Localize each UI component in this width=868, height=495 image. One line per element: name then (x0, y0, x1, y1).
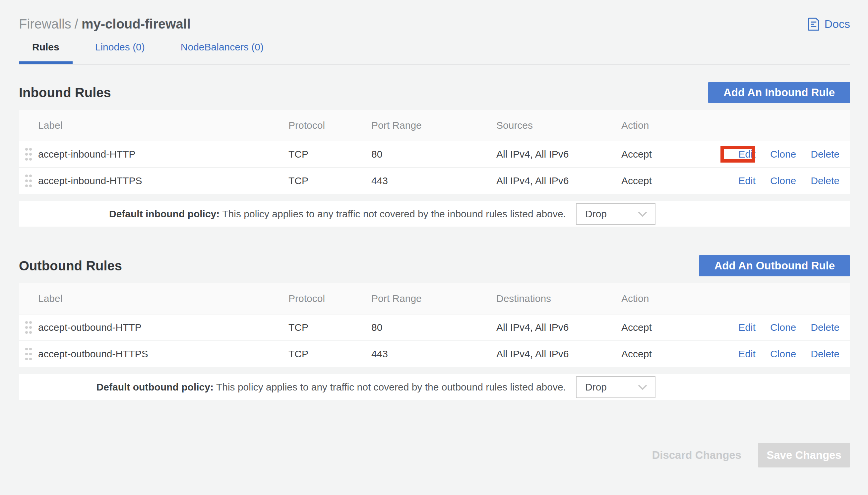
inbound-rules-table: Label Protocol Port Range Sources Action… (19, 110, 850, 194)
firewall-detail-page: Firewalls/my-cloud-firewall Docs Rules L… (19, 0, 850, 467)
table-row-accept-inbound-http: accept-inbound-HTTP TCP 80 All IPv4, All… (19, 141, 850, 167)
rule-action: Accept (621, 322, 731, 333)
delete-link[interactable]: Delete (811, 175, 839, 186)
column-header-port-range: Port Range (371, 120, 496, 131)
column-header-protocol: Protocol (288, 120, 371, 131)
tab-bar: Rules Linodes (0) NodeBalancers (0) (19, 41, 850, 65)
inbound-section-header: Inbound Rules Add An Inbound Rule (19, 82, 850, 103)
table-row-accept-inbound-https: accept-inbound-HTTPS TCP 443 All IPv4, A… (19, 167, 850, 194)
rule-protocol: TCP (288, 175, 371, 186)
save-changes-button[interactable]: Save Changes (758, 443, 850, 467)
add-outbound-rule-button[interactable]: Add An Outbound Rule (699, 255, 850, 276)
docs-link[interactable]: Docs (807, 17, 850, 31)
drag-handle[interactable] (19, 173, 38, 188)
policy-description: This policy applies to any traffic not c… (216, 381, 566, 392)
edit-link[interactable]: Edit (738, 322, 756, 333)
column-header-sources: Sources (496, 120, 621, 131)
column-header-action: Action (621, 293, 731, 304)
column-header-label: Label (38, 120, 288, 131)
edit-link[interactable]: Edit (738, 149, 756, 160)
default-inbound-policy-text: Default inbound policy:This policy appli… (19, 208, 566, 220)
column-header-action: Action (621, 120, 731, 131)
clone-link[interactable]: Clone (770, 175, 796, 186)
tab-rules[interactable]: Rules (19, 41, 73, 64)
docs-label: Docs (825, 18, 850, 31)
rule-destinations: All IPv4, All IPv6 (496, 348, 621, 360)
rule-port-range: 443 (371, 348, 496, 360)
chevron-down-icon (638, 384, 648, 390)
breadcrumb-separator: / (75, 17, 78, 31)
rule-port-range: 80 (371, 149, 496, 160)
tab-linodes[interactable]: Linodes (0) (82, 41, 158, 64)
rule-destinations: All IPv4, All IPv6 (496, 322, 621, 333)
delete-link[interactable]: Delete (811, 149, 839, 160)
default-inbound-policy-row: Default inbound policy:This policy appli… (19, 201, 850, 227)
rule-port-range: 80 (371, 322, 496, 333)
column-header-label: Label (38, 293, 288, 304)
inbound-table-header: Label Protocol Port Range Sources Action (19, 110, 850, 141)
rule-label: accept-outbound-HTTP (38, 322, 288, 333)
rule-protocol: TCP (288, 322, 371, 333)
policy-label: Default outbound policy: (96, 381, 214, 392)
default-inbound-policy-select[interactable]: Drop (576, 203, 655, 225)
rule-protocol: TCP (288, 149, 371, 160)
drag-handle[interactable] (19, 320, 38, 335)
discard-changes-button[interactable]: Discard Changes (652, 449, 741, 461)
delete-link[interactable]: Delete (811, 322, 839, 333)
rule-action: Accept (621, 175, 731, 186)
outbound-rules-table: Label Protocol Port Range Destinations A… (19, 283, 850, 367)
selected-policy-value: Drop (585, 381, 607, 393)
drag-handle-icon (24, 173, 33, 188)
clone-link[interactable]: Clone (770, 322, 796, 333)
drag-handle[interactable] (19, 347, 38, 361)
top-bar: Firewalls/my-cloud-firewall Docs (19, 0, 850, 32)
delete-link[interactable]: Delete (811, 348, 839, 360)
outbound-section-header: Outbound Rules Add An Outbound Rule (19, 255, 850, 276)
rule-sources: All IPv4, All IPv6 (496, 149, 621, 160)
column-header-protocol: Protocol (288, 293, 371, 304)
page-title: my-cloud-firewall (82, 17, 191, 31)
rule-label: accept-inbound-HTTP (38, 149, 288, 160)
table-row-accept-outbound-https: accept-outbound-HTTPS TCP 443 All IPv4, … (19, 340, 850, 367)
rule-port-range: 443 (371, 175, 496, 186)
outbound-table-header: Label Protocol Port Range Destinations A… (19, 283, 850, 314)
rule-action: Accept (621, 348, 731, 360)
edit-link[interactable]: Edit (738, 175, 756, 186)
rule-action: Accept (621, 149, 731, 160)
drag-handle-icon (24, 147, 33, 161)
docs-icon (807, 17, 820, 31)
column-header-destinations: Destinations (496, 293, 621, 304)
clone-link[interactable]: Clone (770, 348, 796, 360)
clone-link[interactable]: Clone (770, 149, 796, 160)
chevron-down-icon (638, 211, 648, 217)
rule-sources: All IPv4, All IPv6 (496, 175, 621, 186)
drag-handle-icon (24, 320, 33, 335)
inbound-rules-heading: Inbound Rules (19, 85, 111, 100)
default-outbound-policy-select[interactable]: Drop (576, 376, 655, 398)
rule-label: accept-inbound-HTTPS (38, 175, 288, 186)
drag-handle-icon (24, 347, 33, 361)
selected-policy-value: Drop (585, 208, 607, 220)
default-outbound-policy-text: Default outbound policy:This policy appl… (19, 381, 566, 393)
drag-handle[interactable] (19, 147, 38, 161)
edit-link-label: Edit (738, 149, 756, 159)
policy-label: Default inbound policy: (109, 208, 219, 219)
form-actions: Discard Changes Save Changes (19, 443, 850, 467)
tab-nodebalancers[interactable]: NodeBalancers (0) (167, 41, 277, 64)
breadcrumb: Firewalls/my-cloud-firewall (19, 17, 191, 32)
edit-link[interactable]: Edit (738, 348, 756, 360)
default-outbound-policy-row: Default outbound policy:This policy appl… (19, 374, 850, 400)
policy-description: This policy applies to any traffic not c… (222, 208, 566, 219)
add-inbound-rule-button[interactable]: Add An Inbound Rule (708, 82, 850, 103)
table-row-accept-outbound-http: accept-outbound-HTTP TCP 80 All IPv4, Al… (19, 314, 850, 340)
outbound-rules-heading: Outbound Rules (19, 258, 122, 273)
column-header-port-range: Port Range (371, 293, 496, 304)
rule-protocol: TCP (288, 348, 371, 360)
rule-label: accept-outbound-HTTPS (38, 348, 288, 360)
breadcrumb-firewalls-link[interactable]: Firewalls (19, 17, 71, 31)
